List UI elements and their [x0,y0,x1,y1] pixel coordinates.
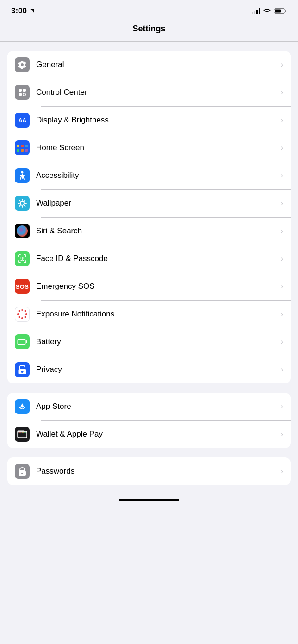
svg-rect-4 [19,93,22,96]
privacy-chevron: › [281,365,283,374]
sos-chevron: › [281,282,283,291]
svg-line-13 [19,200,20,201]
svg-point-22 [25,313,27,315]
wallet-icon [15,427,30,442]
status-bar: 3:00 [0,0,298,19]
accessibility-chevron: › [281,171,283,180]
settings-row-wallpaper[interactable]: Wallpaper › [7,189,291,217]
svg-point-20 [21,317,23,319]
settings-row-faceid[interactable]: Face ID & Passcode › [7,245,291,273]
wifi-icon [263,8,271,14]
battery-label: Battery [36,337,278,346]
home-bar-line [119,499,179,501]
svg-rect-3 [23,89,26,92]
svg-line-16 [19,205,20,206]
sos-icon: SOS [15,279,30,294]
exposure-label: Exposure Notifications [36,310,278,319]
svg-point-39 [21,473,23,474]
faceid-chevron: › [281,255,283,263]
settings-row-battery[interactable]: Battery › [7,328,291,356]
status-right-icons [252,8,287,14]
appstore-label: App Store [36,402,278,411]
svg-point-23 [19,310,20,312]
settings-row-siri[interactable]: Siri & Search › [7,217,291,245]
settings-row-general[interactable]: General › [7,51,291,79]
exposure-icon [15,307,30,322]
display-icon: AA [15,113,30,128]
svg-point-31 [21,371,24,373]
signal-icon [252,8,260,14]
settings-row-passwords[interactable]: Passwords › [7,457,291,485]
battery-chevron: › [281,338,283,346]
settings-row-sos[interactable]: SOS Emergency SOS › [7,273,291,300]
settings-group-3: Passwords › [7,457,291,485]
settings-row-accessibility[interactable]: Accessibility › [7,162,291,189]
wallpaper-label: Wallpaper [36,199,278,208]
wallpaper-icon [15,196,30,211]
settings-row-home-screen[interactable]: Home Screen › [7,134,291,162]
passwords-chevron: › [281,467,283,475]
settings-row-exposure[interactable]: Exposure Notifications › [7,300,291,328]
battery-row-icon [15,334,30,349]
title-divider [0,41,298,42]
wallet-label: Wallet & Apple Pay [36,430,278,439]
home-screen-icon [15,140,30,155]
svg-point-7 [21,171,24,174]
svg-rect-28 [26,340,27,343]
home-screen-chevron: › [281,144,283,152]
faceid-label: Face ID & Passcode [36,254,278,263]
home-screen-label: Home Screen [36,143,278,152]
time-display: 3:00 [11,6,27,16]
svg-point-21 [17,313,19,315]
page-title-wrap: Settings [0,19,298,41]
svg-rect-29 [18,340,25,344]
appstore-chevron: › [281,402,283,411]
control-center-chevron: › [281,88,283,97]
svg-line-15 [24,200,25,201]
settings-row-control-center[interactable]: Control Center › [7,79,291,106]
svg-point-26 [19,316,20,318]
privacy-label: Privacy [36,365,278,374]
general-label: General [36,60,278,69]
faceid-icon [15,251,30,266]
accessibility-label: Accessibility [36,171,278,180]
settings-group-2: App Store › Wallet & Apple Pay › [7,393,291,448]
settings-group-1: General › Control Center › AA Display & … [7,51,291,383]
svg-rect-37 [24,433,26,434]
display-label: Display & Brightness [36,115,278,125]
siri-icon [15,224,30,238]
control-center-label: Control Center [36,88,278,97]
svg-point-25 [25,310,26,312]
settings-row-display[interactable]: AA Display & Brightness › [7,106,291,134]
accessibility-icon [15,168,30,183]
wallpaper-chevron: › [281,199,283,207]
siri-label: Siri & Search [36,226,278,236]
sos-label: Emergency SOS [36,282,278,291]
svg-rect-1 [275,10,281,13]
battery-icon [274,8,287,14]
settings-row-privacy[interactable]: Privacy › [7,356,291,383]
home-bar [0,494,298,505]
svg-rect-35 [19,433,21,434]
display-chevron: › [281,116,283,124]
status-time: 3:00 [11,6,35,16]
svg-point-17 [20,258,21,259]
exposure-chevron: › [281,310,283,318]
svg-rect-36 [22,433,24,434]
wallet-chevron: › [281,430,283,438]
control-center-icon [15,85,30,100]
privacy-icon [15,362,30,377]
svg-point-8 [20,201,24,205]
svg-rect-2 [19,89,22,92]
appstore-icon [15,399,30,414]
svg-point-24 [25,316,26,318]
passwords-label: Passwords [36,467,278,476]
svg-line-14 [24,205,25,206]
settings-row-appstore[interactable]: App Store › [7,393,291,420]
location-icon [29,8,35,14]
settings-row-wallet[interactable]: Wallet & Apple Pay › [7,420,291,448]
general-chevron: › [281,61,283,69]
passwords-icon [15,464,30,479]
page-title: Settings [132,24,165,33]
svg-point-18 [23,258,24,259]
